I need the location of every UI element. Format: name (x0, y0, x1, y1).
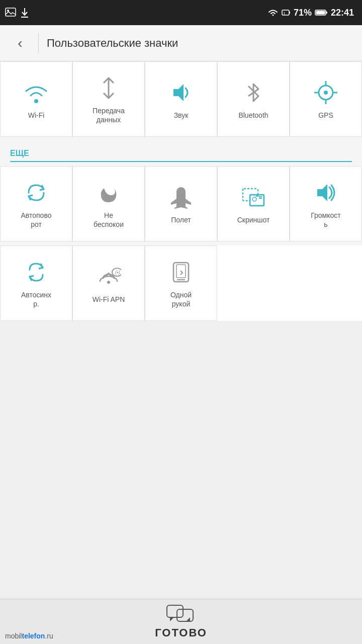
screenshot-item[interactable]: Скриншот (217, 166, 290, 242)
autosync-icon (22, 258, 50, 286)
more-section-header: ЕЩЕ (0, 141, 362, 166)
data-transfer-icon (95, 74, 123, 102)
one-hand-icon (167, 258, 195, 286)
gps-item[interactable]: GPS (290, 61, 362, 137)
main-grid-section: Wi-Fi Передачаданных (0, 61, 362, 137)
main-content: Wi-Fi Передачаданных (0, 61, 362, 321)
gps-label: GPS (318, 111, 333, 120)
autorotate-item[interactable]: Автоповорот (0, 166, 72, 242)
autosync-item[interactable]: Автосинхр. (0, 246, 72, 321)
one-hand-item[interactable]: Однойрукой (145, 246, 217, 321)
svg-rect-4 (289, 12, 290, 14)
sound-icon (167, 78, 195, 107)
status-left-icons (5, 7, 29, 18)
data-transfer-label: Передачаданных (93, 106, 125, 124)
second-grid-section: Автоповорот Небеспокои Полет (0, 166, 362, 242)
bottom-bar: ГОТОВО mobiltelefon.ru (0, 599, 362, 644)
svg-rect-36 (177, 609, 193, 621)
page-title: Пользовательские значки (47, 37, 178, 50)
volume-icon (312, 179, 340, 207)
more-label: ЕЩЕ (10, 149, 352, 162)
wifi-apn-item[interactable]: (•) Wi-Fi APN (72, 246, 145, 321)
svg-marker-11 (173, 84, 184, 101)
airplane-label: Полет (171, 215, 191, 224)
svg-marker-27 (317, 184, 327, 201)
svg-rect-34 (167, 605, 183, 617)
battery-percent: 71% (294, 8, 312, 18)
screenshot-icon (239, 183, 267, 211)
screenshot-label: Скриншот (237, 215, 270, 224)
svg-marker-37 (186, 617, 190, 621)
image-icon (5, 8, 16, 18)
svg-rect-31 (173, 263, 189, 282)
third-icon-grid: Автосинхр. (•) Wi-Fi APN (0, 246, 362, 321)
bluetooth-label: Bluetooth (238, 111, 268, 120)
svg-rect-0 (6, 8, 16, 16)
wifi-status-icon (267, 8, 279, 17)
airplane-icon (167, 183, 195, 211)
done-button[interactable]: ГОТОВО (155, 604, 207, 639)
autorotate-icon (22, 179, 50, 207)
volume-item[interactable]: Громкость (290, 166, 362, 242)
svg-point-9 (34, 99, 38, 103)
svg-point-13 (324, 91, 328, 95)
done-icon (166, 604, 196, 624)
back-arrow-icon: ‹ (18, 35, 22, 51)
wifi-label: Wi-Fi (28, 111, 45, 120)
battery-warning-icon: ! (282, 8, 291, 17)
dnd-label: Небеспокои (94, 211, 124, 229)
svg-marker-35 (170, 617, 174, 621)
wifi-apn-icon: (•) (95, 263, 123, 291)
bluetooth-icon (239, 78, 267, 107)
sound-label: Звук (174, 111, 189, 120)
svg-point-28 (107, 281, 110, 284)
svg-rect-8 (316, 11, 325, 15)
status-time: 22:41 (331, 8, 354, 18)
wifi-icon (22, 78, 50, 107)
svg-rect-7 (326, 12, 327, 14)
autorotate-label: Автоповорот (21, 211, 52, 229)
dnd-item[interactable]: Небеспокои (72, 166, 145, 242)
wifi-apn-label: Wi-Fi APN (93, 295, 125, 304)
volume-label: Громкость (311, 211, 340, 229)
data-transfer-item[interactable]: Передачаданных (72, 61, 145, 137)
top-bar-divider (38, 33, 39, 53)
main-icon-grid: Wi-Fi Передачаданных (0, 61, 362, 137)
bluetooth-item[interactable]: Bluetooth (217, 61, 290, 137)
watermark: mobiltelefon.ru (5, 632, 53, 640)
one-hand-label: Однойрукой (170, 290, 192, 308)
sound-item[interactable]: Звук (145, 61, 217, 137)
status-right-icons: ! 71% 22:41 (267, 8, 354, 18)
download-icon (20, 7, 29, 18)
second-icon-grid: Автоповорот Небеспокои Полет (0, 166, 362, 242)
airplane-item[interactable]: Полет (145, 166, 217, 242)
dnd-icon (95, 179, 123, 207)
top-bar: ‹ Пользовательские значки (0, 25, 362, 61)
autosync-label: Автосинхр. (21, 290, 51, 308)
back-button[interactable]: ‹ (10, 33, 30, 53)
gps-icon (312, 78, 340, 107)
status-bar: ! 71% 22:41 (0, 0, 362, 25)
battery-icon (315, 8, 328, 17)
svg-text:!: ! (284, 11, 285, 16)
svg-text:(•): (•) (115, 270, 120, 275)
done-label: ГОТОВО (155, 626, 207, 639)
third-grid-section: Автосинхр. (•) Wi-Fi APN (0, 246, 362, 321)
wifi-item[interactable]: Wi-Fi (0, 61, 72, 137)
